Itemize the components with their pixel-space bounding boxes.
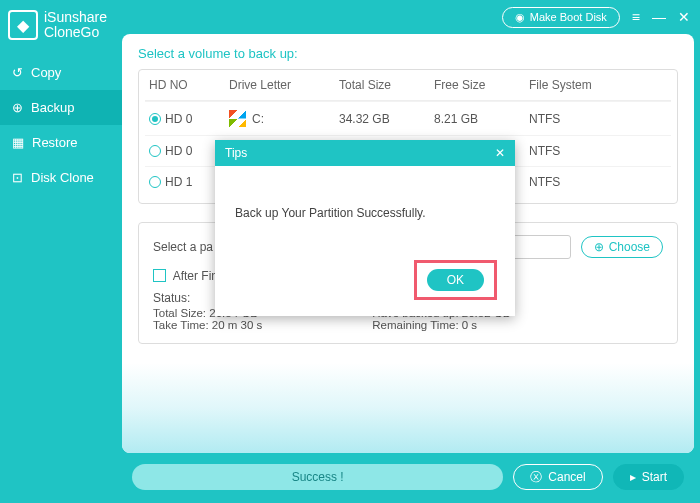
dialog-title: Tips [225,146,247,160]
windows-flag-icon [229,110,246,127]
table-header: HD NO Drive Letter Total Size Free Size … [145,70,671,101]
ok-highlight: OK [414,260,497,300]
radio-icon[interactable] [149,176,161,188]
section-title: Select a volume to back up: [138,46,678,61]
radio-icon[interactable] [149,113,161,125]
choose-button[interactable]: ⊕ Choose [581,236,663,258]
app-name: iSunshare CloneGo [44,10,107,41]
cancel-icon: ⓧ [530,469,542,486]
window-controls: ≡ — ✕ [632,9,690,25]
nav-backup[interactable]: ⊕ Backup [0,90,122,125]
plus-icon: ⊕ [594,240,604,254]
dialog-message: Back up Your Partition Successfully. [215,166,515,250]
sidebar: ◆ iSunshare CloneGo ↺ Copy ⊕ Backup ▦ Re… [0,0,122,503]
checkbox[interactable] [153,269,166,282]
menu-icon[interactable]: ≡ [632,9,640,25]
close-icon[interactable]: ✕ [495,146,505,160]
tips-dialog: Tips ✕ Back up Your Partition Successful… [215,140,515,316]
close-button[interactable]: ✕ [678,9,690,25]
dialog-titlebar: Tips ✕ [215,140,515,166]
nav-copy[interactable]: ↺ Copy [0,55,122,90]
nav-diskclone[interactable]: ⊡ Disk Clone [0,160,122,195]
backup-icon: ⊕ [12,100,23,115]
play-icon: ▸ [630,470,636,484]
make-boot-disk-button[interactable]: ◉ Make Boot Disk [502,7,620,28]
progress-bar: Success ! [132,464,503,490]
path-label: Select a pa [153,240,213,254]
topbar: ◉ Make Boot Disk ≡ — ✕ [122,0,700,34]
shield-icon: ◆ [8,10,38,40]
diskclone-icon: ⊡ [12,170,23,185]
table-row[interactable]: HD 0 C: 34.32 GB 8.21 GB NTFS [145,101,671,135]
start-button[interactable]: ▸ Start [613,464,684,490]
copy-icon: ↺ [12,65,23,80]
nav-restore[interactable]: ▦ Restore [0,125,122,160]
disc-icon: ◉ [515,11,525,24]
ok-button[interactable]: OK [427,269,484,291]
radio-icon[interactable] [149,145,161,157]
app-logo: ◆ iSunshare CloneGo [0,0,122,55]
restore-icon: ▦ [12,135,24,150]
minimize-button[interactable]: — [652,9,666,25]
cancel-button[interactable]: ⓧ Cancel [513,464,602,490]
bottom-bar: Success ! ⓧ Cancel ▸ Start [122,457,694,497]
